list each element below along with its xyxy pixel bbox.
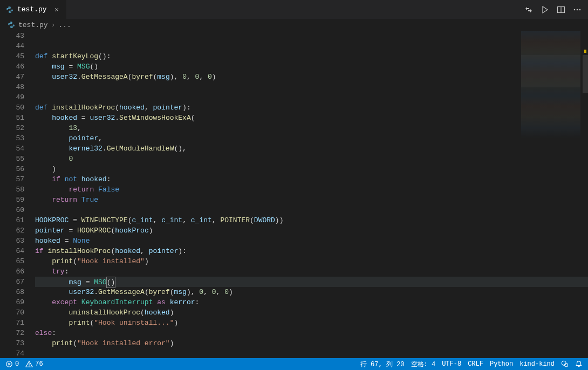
svg-point-4 (579, 9, 581, 10)
line-number: 58 (0, 184, 24, 195)
code-line[interactable]: try: (35, 266, 588, 277)
line-number: 44 (0, 41, 24, 51)
code-line[interactable] (35, 31, 588, 41)
code-line[interactable]: HOOKPROC = WINFUNCTYPE(c_int, c_int, c_i… (35, 215, 588, 225)
error-count: 0 (15, 360, 19, 368)
line-number: 48 (0, 82, 24, 92)
line-number: 69 (0, 297, 24, 307)
svg-point-2 (574, 9, 576, 10)
code-line[interactable]: def installHookProc(hooked, pointer): (35, 102, 588, 113)
line-number: 52 (0, 123, 24, 133)
run-icon[interactable] (541, 5, 549, 14)
tab-close-button[interactable] (52, 5, 61, 14)
python-file-icon (5, 5, 14, 14)
code-line[interactable]: msg = MSG() (35, 61, 588, 72)
vertical-scrollbar[interactable] (580, 31, 588, 358)
line-number: 56 (0, 164, 24, 174)
code-content[interactable]: def startKeyLog(): msg = MSG() user32.Ge… (35, 31, 588, 358)
breadcrumb-more: ... (58, 21, 71, 29)
code-line[interactable]: def startKeyLog(): (35, 51, 588, 61)
line-number: 49 (0, 92, 24, 102)
line-number: 43 (0, 31, 24, 41)
svg-point-8 (562, 361, 566, 365)
code-line[interactable]: else: (35, 328, 588, 338)
code-line[interactable]: ) (35, 164, 588, 174)
status-errors[interactable]: 0 (5, 360, 19, 368)
tabs-container: test.py (0, 0, 66, 19)
tab-bar: test.py (0, 0, 588, 19)
status-eol[interactable]: CRLF (468, 360, 483, 368)
split-editor-icon[interactable] (557, 5, 565, 14)
chevron-right-icon: › (51, 21, 56, 29)
line-number: 73 (0, 338, 24, 348)
status-warnings[interactable]: 76 (25, 360, 43, 368)
code-line[interactable]: pointer = HOOKPROC(hookProc) (35, 225, 588, 236)
code-line[interactable]: user32.GetMessageA(byref(msg), 0, 0, 0) (35, 287, 588, 297)
status-indentation[interactable]: 空格: 4 (411, 360, 436, 369)
warning-count: 76 (35, 360, 43, 368)
line-number: 74 (0, 348, 24, 359)
line-number: 72 (0, 328, 24, 338)
editor-area[interactable]: 4344454647484950515253545556575859606162… (0, 31, 588, 358)
code-line[interactable]: uninstallHookProc(hooked) (35, 307, 588, 318)
code-line[interactable]: pointer, (35, 133, 588, 143)
code-line[interactable]: kernel32.GetModuleHandleW(), (35, 143, 588, 154)
statusbar: 0 76 行 67, 列 20 空格: 4 UTF-8 CRLF Python … (0, 358, 588, 370)
status-context[interactable]: kind-kind (519, 360, 555, 368)
line-number-gutter: 4344454647484950515253545556575859606162… (0, 31, 35, 358)
code-line[interactable] (35, 82, 588, 92)
code-line[interactable]: hooked = user32.SetWindowsHookExA( (35, 113, 588, 123)
line-number: 55 (0, 154, 24, 164)
code-line[interactable] (35, 92, 588, 102)
status-cursor-position[interactable]: 行 67, 列 20 (360, 360, 405, 369)
svg-point-3 (577, 9, 578, 10)
code-line[interactable]: hooked = None (35, 236, 588, 246)
line-number: 57 (0, 174, 24, 184)
more-actions-icon[interactable] (573, 5, 582, 14)
line-number: 50 (0, 102, 24, 113)
notifications-icon[interactable] (575, 360, 583, 368)
code-line[interactable]: if not hooked: (35, 174, 588, 184)
status-language[interactable]: Python (490, 360, 513, 368)
code-line[interactable]: 0 (35, 154, 588, 164)
code-line[interactable]: 13, (35, 123, 588, 133)
code-line[interactable]: print("Hook installed error") (35, 338, 588, 348)
line-number: 62 (0, 225, 24, 236)
code-line[interactable]: msg = MSG() (35, 277, 588, 287)
status-encoding[interactable]: UTF-8 (442, 360, 461, 368)
code-line[interactable]: return False (35, 184, 588, 195)
line-number: 63 (0, 236, 24, 246)
line-number: 54 (0, 143, 24, 154)
line-number: 45 (0, 51, 24, 61)
svg-point-7 (29, 366, 30, 366)
line-number: 66 (0, 266, 24, 277)
python-file-icon (8, 21, 15, 29)
code-line[interactable]: print("Hook uninstall...") (35, 318, 588, 328)
line-number: 61 (0, 215, 24, 225)
scrollbar-thumb[interactable] (583, 55, 588, 93)
line-number: 64 (0, 246, 24, 256)
line-number: 60 (0, 205, 24, 215)
breadcrumb-file: test.py (18, 21, 48, 29)
feedback-icon[interactable] (561, 360, 569, 368)
code-line[interactable] (35, 41, 588, 51)
line-number: 70 (0, 307, 24, 318)
code-line[interactable] (35, 348, 588, 359)
line-number: 47 (0, 72, 24, 82)
line-number: 65 (0, 256, 24, 266)
tab-test-py[interactable]: test.py (0, 0, 66, 19)
line-number: 53 (0, 133, 24, 143)
breadcrumb[interactable]: test.py › ... (0, 19, 588, 31)
line-number: 68 (0, 287, 24, 297)
editor-actions (524, 5, 588, 14)
code-line[interactable]: return True (35, 195, 588, 205)
code-line[interactable]: except KeyboardInterrupt as kerror: (35, 297, 588, 307)
compare-icon[interactable] (524, 5, 533, 14)
code-line[interactable]: if installHookProc(hooked, pointer): (35, 246, 588, 256)
tab-filename: test.py (17, 5, 47, 13)
line-number: 59 (0, 195, 24, 205)
code-line[interactable]: user32.GetMessageA(byref(msg), 0, 0, 0) (35, 72, 588, 82)
code-line[interactable]: print("Hook installed") (35, 256, 588, 266)
line-number: 71 (0, 318, 24, 328)
code-line[interactable] (35, 205, 588, 215)
